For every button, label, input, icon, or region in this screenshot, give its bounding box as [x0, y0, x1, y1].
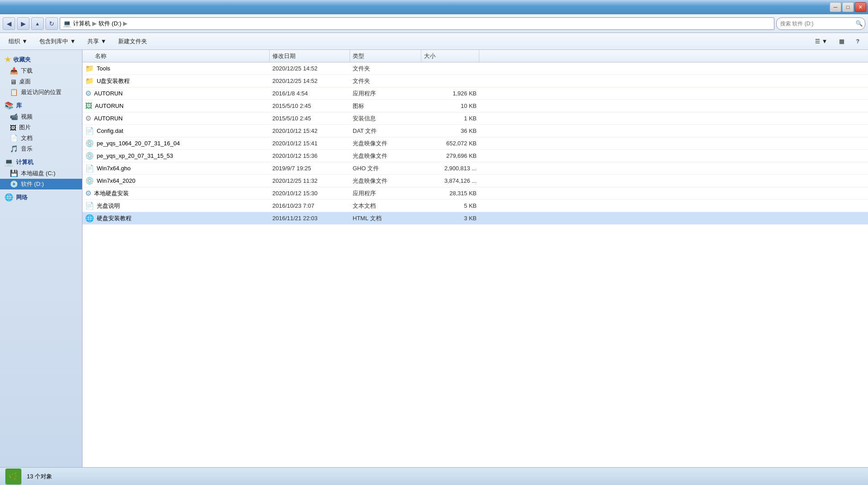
col-header-date[interactable]: 修改日期 — [270, 50, 350, 62]
maximize-button[interactable]: □ — [842, 2, 854, 12]
cell-size: 2,900,813 ... — [421, 165, 479, 172]
file-name: 硬盘安装教程 — [97, 214, 132, 222]
documents-label: 文档 — [21, 134, 33, 142]
cell-size: 652,072 KB — [421, 140, 479, 147]
table-row[interactable]: 📄 Config.dat 2020/10/12 15:42 DAT 文件 36 … — [82, 125, 868, 137]
file-list: 📁 Tools 2020/12/25 14:52 文件夹 📁 U盘安装教程 20… — [82, 62, 868, 225]
cell-date: 2015/5/10 2:45 — [270, 115, 350, 122]
sidebar-section-favorites: ★ 收藏夹 📥 下载 🖥 桌面 📋 最近访问的位置 — [0, 53, 82, 98]
file-name: 本地硬盘安装 — [94, 189, 129, 197]
up-button[interactable]: ▲ — [31, 17, 44, 30]
share-button[interactable]: 共享 ▼ — [82, 35, 111, 48]
cell-date: 2020/10/12 15:41 — [270, 140, 350, 147]
file-icon: ⚙ — [85, 189, 91, 197]
cell-type: 光盘映像文件 — [350, 177, 421, 185]
file-icon: 📁 — [85, 77, 94, 85]
table-row[interactable]: 🌐 硬盘安装教程 2016/11/21 22:03 HTML 文档 3 KB — [82, 212, 868, 225]
table-row[interactable]: 💿 pe_yqs_1064_20_07_31_16_04 2020/10/12 … — [82, 137, 868, 150]
drive-c-icon: 💾 — [10, 169, 18, 177]
file-icon: 🌐 — [85, 214, 94, 222]
minimize-button[interactable]: ─ — [830, 2, 841, 12]
table-row[interactable]: ⚙ AUTORUN 2015/5/10 2:45 安装信息 1 KB — [82, 112, 868, 125]
sidebar-header-network[interactable]: 🌐 网络 — [0, 191, 82, 203]
file-icon: 💿 — [85, 177, 94, 185]
recent-label: 最近访问的位置 — [21, 88, 62, 96]
table-row[interactable]: 📁 U盘安装教程 2020/12/25 14:52 文件夹 — [82, 75, 868, 87]
table-row[interactable]: 🖼 AUTORUN 2015/5/10 2:45 图标 10 KB — [82, 100, 868, 112]
cell-name: 🌐 硬盘安装教程 — [82, 214, 270, 222]
sidebar-item-download[interactable]: 📥 下载 — [0, 66, 82, 76]
documents-icon: 📄 — [10, 134, 18, 142]
sidebar-item-video[interactable]: 📹 视频 — [0, 111, 82, 122]
cell-type: 文件夹 — [350, 77, 421, 85]
table-row[interactable]: 💿 Win7x64_2020 2020/12/25 11:32 光盘映像文件 3… — [82, 175, 868, 187]
cell-name: 💿 Win7x64_2020 — [82, 177, 270, 185]
organize-arrow: ▼ — [22, 38, 28, 45]
cell-size: 3 KB — [421, 215, 479, 222]
address-bar: ◀ ▶ ▲ ↻ 💻 计算机 ▶ 软件 (D:) ▶ 🔍 — [0, 14, 868, 33]
desktop-icon: 🖥 — [10, 78, 16, 86]
table-row[interactable]: 📁 Tools 2020/12/25 14:52 文件夹 — [82, 62, 868, 75]
search-icon[interactable]: 🔍 — [855, 19, 864, 28]
table-row[interactable]: 💿 pe_yqs_xp_20_07_31_15_53 2020/10/12 15… — [82, 150, 868, 162]
breadcrumb-computer[interactable]: 计算机 — [73, 20, 91, 28]
file-name: AUTORUN — [94, 115, 123, 122]
table-row[interactable]: ⚙ 本地硬盘安装 2020/10/12 15:30 应用程序 28,315 KB — [82, 187, 868, 200]
close-button[interactable]: ✕ — [855, 2, 866, 12]
sidebar-item-recent[interactable]: 📋 最近访问的位置 — [0, 87, 82, 98]
include-label: 包含到库中 — [39, 37, 68, 45]
organize-button[interactable]: 组织 ▼ — [4, 35, 33, 48]
cell-date: 2020/10/12 15:36 — [270, 152, 350, 159]
sidebar-header-computer[interactable]: 💻 计算机 — [0, 156, 82, 168]
breadcrumb-sep2: ▶ — [123, 20, 128, 27]
sidebar-header-library[interactable]: 📚 库 — [0, 99, 82, 111]
cell-date: 2019/9/7 19:25 — [270, 165, 350, 172]
cell-type: 图标 — [350, 102, 421, 110]
file-icon: ⚙ — [85, 114, 91, 123]
sidebar-item-music[interactable]: 🎵 音乐 — [0, 144, 82, 154]
cell-name: 📄 Win7x64.gho — [82, 164, 270, 173]
back-button[interactable]: ◀ — [3, 17, 15, 30]
computer-sidebar-icon: 💻 — [4, 158, 13, 166]
cell-type: GHO 文件 — [350, 164, 421, 173]
cell-name: 💿 pe_yqs_1064_20_07_31_16_04 — [82, 139, 270, 148]
sidebar-item-drive-d[interactable]: 💿 软件 (D:) — [0, 179, 82, 189]
sidebar-item-desktop[interactable]: 🖥 桌面 — [0, 76, 82, 87]
table-row[interactable]: ⚙ AUTORUN 2016/1/8 4:54 应用程序 1,926 KB — [82, 87, 868, 100]
sidebar-item-pictures[interactable]: 🖼 图片 — [0, 122, 82, 133]
cell-name: ⚙ 本地硬盘安装 — [82, 189, 270, 197]
forward-button[interactable]: ▶ — [17, 17, 29, 30]
col-header-type[interactable]: 类型 — [350, 50, 421, 62]
music-icon: 🎵 — [10, 145, 18, 153]
view-button[interactable]: ☰ ▼ — [810, 35, 832, 48]
network-icon: 🌐 — [4, 193, 13, 201]
help-button[interactable]: ? — [851, 35, 864, 48]
column-headers: 名称 修改日期 类型 大小 — [82, 50, 868, 62]
table-row[interactable]: 📄 光盘说明 2016/10/23 7:07 文本文档 5 KB — [82, 200, 868, 212]
file-name: Win7x64.gho — [97, 165, 131, 172]
cell-date: 2016/1/8 4:54 — [270, 90, 350, 97]
toolbar-right: ☰ ▼ ▦ ? — [810, 35, 864, 48]
sidebar-item-documents[interactable]: 📄 文档 — [0, 133, 82, 144]
include-library-button[interactable]: 包含到库中 ▼ — [34, 35, 81, 48]
breadcrumb-drive[interactable]: 软件 (D:) — [99, 20, 121, 28]
music-label: 音乐 — [21, 145, 33, 153]
search-input[interactable] — [776, 17, 865, 30]
cell-date: 2016/10/23 7:07 — [270, 202, 350, 209]
new-folder-button[interactable]: 新建文件夹 — [113, 35, 152, 48]
sidebar-item-drive-c[interactable]: 💾 本地磁盘 (C:) — [0, 168, 82, 179]
table-row[interactable]: 📄 Win7x64.gho 2019/9/7 19:25 GHO 文件 2,90… — [82, 162, 868, 175]
preview-button[interactable]: ▦ — [834, 35, 849, 48]
breadcrumb: 💻 计算机 ▶ 软件 (D:) ▶ — [60, 17, 774, 30]
refresh-button[interactable]: ↻ — [45, 17, 58, 30]
pictures-icon: 🖼 — [10, 124, 16, 132]
col-header-name[interactable]: 名称 — [82, 50, 270, 62]
cell-type: 应用程序 — [350, 189, 421, 197]
cell-date: 2020/12/25 14:52 — [270, 65, 350, 72]
file-icon: 📄 — [85, 201, 94, 210]
cell-date: 2020/12/25 14:52 — [270, 78, 350, 84]
col-header-size[interactable]: 大小 — [421, 50, 479, 62]
sidebar-section-network: 🌐 网络 — [0, 191, 82, 203]
cell-name: 📄 Config.dat — [82, 127, 270, 135]
sidebar-header-favorites[interactable]: ★ 收藏夹 — [0, 53, 82, 66]
